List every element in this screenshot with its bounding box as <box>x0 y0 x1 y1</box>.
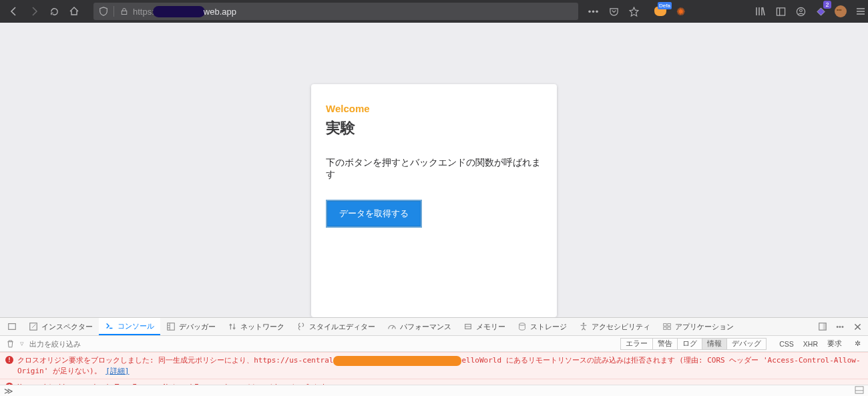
bookmark-star-icon[interactable] <box>624 1 644 21</box>
console-filter-input[interactable] <box>25 339 620 349</box>
card-title: 実験 <box>326 118 542 138</box>
svg-rect-14 <box>668 327 670 330</box>
svg-rect-17 <box>855 387 863 393</box>
extension-defa[interactable]: Defa <box>650 1 670 21</box>
tab-style-editor[interactable]: スタイルエディター <box>290 318 381 335</box>
console-output: ! クロスオリジン要求をブロックしました: 同一生成元ポリシーにより、https… <box>0 352 868 385</box>
devtools-panel: インスペクター コンソール デバッガー ネットワーク スタイルエディター パフォ… <box>0 317 868 396</box>
extension-gear[interactable]: ✺ <box>670 1 690 21</box>
pill-xhr[interactable]: XHR <box>799 338 823 350</box>
tab-accessibility[interactable]: アクセシビリティ <box>573 318 656 335</box>
svg-rect-1 <box>777 7 785 15</box>
pill-debug[interactable]: デバッグ <box>727 338 767 350</box>
lock-icon[interactable] <box>117 4 132 19</box>
redacted-url-segment <box>333 356 461 366</box>
browser-toolbar: https: web.app ••• Defa ✺ <box>0 0 868 23</box>
tab-network[interactable]: ネットワーク <box>222 318 290 335</box>
svg-rect-12 <box>668 324 670 327</box>
welcome-card: Welcome 実験 下のボタンを押すとバックエンドの関数が呼ばれます データを… <box>311 84 557 317</box>
svg-rect-5 <box>9 324 16 330</box>
tracking-shield-icon[interactable] <box>96 4 111 19</box>
pocket-icon[interactable] <box>604 1 624 21</box>
svg-rect-7 <box>168 323 175 331</box>
pill-info[interactable]: 情報 <box>702 338 727 350</box>
url-domain: web.app <box>204 7 236 17</box>
svg-rect-13 <box>664 327 666 330</box>
cors-details-link[interactable]: [詳細] <box>105 367 129 375</box>
console-prompt-icon: ≫ <box>4 386 13 396</box>
console-settings-icon[interactable]: ✲ <box>849 339 865 348</box>
pill-log[interactable]: ログ <box>678 338 702 350</box>
page-viewport: Welcome 実験 下のボタンを押すとバックエンドの関数が呼ばれます データを… <box>0 23 868 317</box>
pill-req[interactable]: 要求 <box>823 338 847 350</box>
pill-error[interactable]: エラー <box>620 338 653 350</box>
tab-memory[interactable]: メモリー <box>457 318 511 335</box>
fetch-data-button[interactable]: データを取得する <box>326 200 422 228</box>
split-console-icon[interactable] <box>855 386 864 395</box>
devtools-more-icon[interactable]: ••• <box>832 317 848 337</box>
back-button[interactable] <box>4 1 24 21</box>
tab-debugger[interactable]: デバッガー <box>160 318 222 335</box>
pill-css[interactable]: CSS <box>775 338 799 350</box>
library-icon[interactable] <box>750 1 771 21</box>
console-error-uncaught: ! Uncaught (in promise) TypeError: Netwo… <box>0 379 868 385</box>
extension-cookie[interactable] <box>831 1 851 21</box>
console-prompt-row[interactable]: ≫ <box>0 385 868 396</box>
pill-warn[interactable]: 警告 <box>653 338 678 350</box>
tab-inspector[interactable]: インスペクター <box>23 318 99 335</box>
devtools-tabs: インスペクター コンソール デバッガー ネットワーク スタイルエディター パフォ… <box>0 318 868 336</box>
forward-button[interactable] <box>24 1 44 21</box>
tab-application[interactable]: アプリケーション <box>656 318 740 335</box>
error-icon: ! <box>5 356 13 364</box>
sidebar-icon[interactable] <box>771 1 791 21</box>
devtools-iframe-select-icon[interactable] <box>1 318 23 335</box>
extension-badge[interactable] <box>811 1 831 21</box>
url-redacted-segment <box>153 6 205 17</box>
tab-performance[interactable]: パフォーマンス <box>381 318 457 335</box>
devtools-dock-icon[interactable] <box>815 317 831 337</box>
hamburger-menu-icon[interactable] <box>851 1 868 21</box>
home-button[interactable] <box>64 1 84 21</box>
url-bar[interactable]: https: web.app <box>93 3 578 20</box>
card-description: 下のボタンを押すとバックエンドの関数が呼ばれます <box>326 157 542 181</box>
welcome-heading: Welcome <box>326 103 542 114</box>
svg-point-4 <box>799 9 802 11</box>
devtools-close-icon[interactable] <box>849 317 865 337</box>
page-actions-dots[interactable]: ••• <box>584 1 604 21</box>
url-protocol: https: <box>133 7 154 17</box>
defa-badge: Defa <box>658 2 672 9</box>
console-filter-row: ▿ エラー 警告 ログ 情報 デバッグ CSS XHR 要求 ✲ <box>0 336 868 352</box>
tab-storage[interactable]: ストレージ <box>511 318 573 335</box>
svg-rect-11 <box>664 324 666 327</box>
clear-console-icon[interactable] <box>3 339 17 349</box>
tab-console[interactable]: コンソール <box>99 318 160 335</box>
reload-button[interactable] <box>44 1 64 21</box>
svg-point-9 <box>519 323 525 326</box>
console-error-cors: ! クロスオリジン要求をブロックしました: 同一生成元ポリシーにより、https… <box>0 352 868 379</box>
svg-rect-0 <box>122 11 127 14</box>
account-icon[interactable] <box>791 1 811 21</box>
filter-funnel-icon: ▿ <box>20 339 24 348</box>
svg-point-10 <box>583 323 585 325</box>
svg-rect-16 <box>823 323 826 331</box>
